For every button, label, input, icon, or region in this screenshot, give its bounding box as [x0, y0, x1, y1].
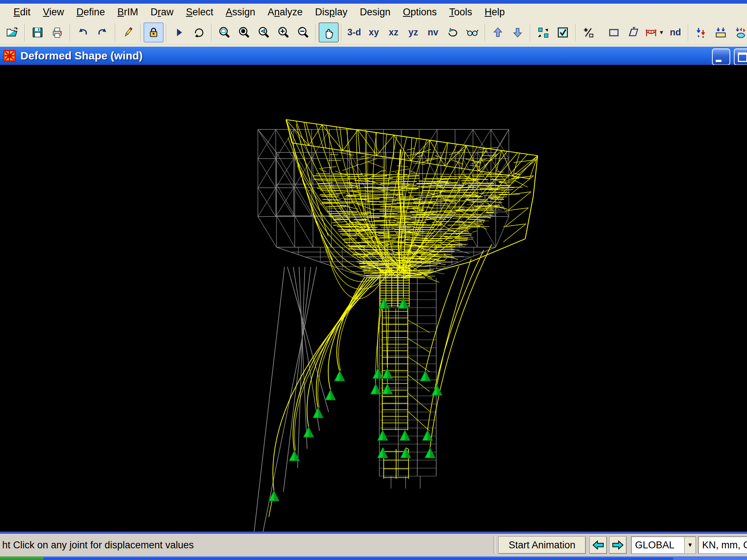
system-tray-fragment — [673, 556, 747, 560]
menu-select[interactable]: Select — [180, 6, 220, 19]
view-xy-button[interactable]: xy — [364, 23, 384, 42]
refresh-view-button[interactable] — [189, 23, 209, 42]
toolbar-group — [578, 23, 598, 42]
object-shrink-button[interactable] — [533, 23, 553, 42]
chevron-down-icon[interactable]: ▼ — [659, 29, 664, 35]
show-deformed-button[interactable] — [578, 23, 598, 42]
zoom-in-icon — [277, 26, 290, 39]
bridge-wizard-icon — [645, 26, 657, 39]
print-icon — [51, 26, 63, 39]
menu-edit[interactable]: Edit — [7, 6, 37, 19]
zoom-window-icon — [218, 26, 231, 39]
maximize-icon — [738, 52, 747, 62]
zoom-out-icon — [297, 26, 309, 39]
zoom-fill-button[interactable] — [234, 23, 254, 42]
view-xz-button[interactable]: xz — [384, 23, 403, 42]
toolbar-group — [144, 23, 163, 42]
chevron-down-icon[interactable]: ▼ — [684, 537, 696, 553]
save-button[interactable] — [28, 23, 47, 42]
toolbar-separator — [688, 24, 689, 41]
child-window-titlebar[interactable]: Deformed Shape (wind) — [0, 47, 747, 65]
menu-brim[interactable]: BrIM — [111, 6, 144, 19]
refresh-view-icon — [193, 26, 205, 39]
object-shrink-icon — [537, 26, 549, 39]
perspective-icon — [466, 26, 479, 39]
move-up-icon — [492, 26, 504, 39]
view-3d-button[interactable]: 3-d — [344, 23, 364, 42]
units-value: KN, mm, C — [698, 540, 747, 551]
view-3d-icon: 3-d — [347, 27, 361, 38]
menu-display[interactable]: Display — [309, 6, 354, 19]
start-animation-button[interactable]: Start Animation — [498, 536, 586, 554]
move-down-button[interactable] — [508, 23, 527, 42]
toolbar-separator — [211, 24, 212, 41]
display-options-button[interactable] — [553, 23, 573, 42]
toolbar-group — [28, 23, 67, 42]
zoom-previous-button[interactable] — [254, 23, 274, 42]
wireframe-lines — [252, 120, 538, 532]
model-wireframe[interactable] — [0, 65, 747, 532]
move-up-button[interactable] — [488, 23, 508, 42]
menu-define[interactable]: Define — [70, 6, 111, 19]
menu-view[interactable]: View — [37, 6, 70, 19]
run-analysis-button[interactable] — [169, 23, 189, 42]
toolbar-separator — [316, 24, 316, 41]
taskbar-sliver — [0, 556, 747, 560]
toolbar-group — [214, 23, 313, 42]
print-button[interactable] — [47, 23, 67, 42]
rotate-view-button[interactable] — [443, 23, 462, 42]
toolbar-group — [73, 23, 112, 42]
toolbar-group — [488, 23, 527, 42]
display-options-icon — [557, 26, 569, 39]
menu-options[interactable]: Options — [396, 6, 443, 19]
edit-pencil-icon — [122, 26, 134, 39]
minimize-button[interactable] — [712, 48, 730, 65]
coordinate-system-select[interactable]: GLOBAL ▼ — [631, 536, 696, 554]
run-analysis-icon — [173, 26, 185, 39]
toolbar-group — [118, 23, 138, 42]
model-viewport[interactable] — [0, 65, 747, 532]
bridge-wizard-button[interactable]: ▼ — [643, 23, 666, 42]
draw-frame-icon — [608, 26, 620, 39]
area-load-icon — [715, 26, 727, 39]
previous-step-button[interactable] — [589, 536, 607, 554]
assign-loads-button[interactable] — [731, 23, 747, 42]
menu-design[interactable]: Design — [353, 6, 396, 19]
save-icon — [31, 26, 44, 39]
minimize-icon — [716, 60, 721, 62]
view-nv-button[interactable]: nv — [423, 23, 443, 42]
edit-pencil-button[interactable] — [118, 23, 138, 42]
toolbar-separator — [341, 24, 342, 41]
zoom-window-button[interactable] — [214, 23, 234, 42]
menu-draw[interactable]: Draw — [144, 6, 180, 19]
menu-bar: EditViewDefineBrIMDrawSelectAssignAnalyz… — [0, 4, 747, 20]
area-load-button[interactable] — [711, 23, 731, 42]
status-bar: ht Click on any joint for displacement v… — [0, 534, 747, 556]
toolbar-group — [691, 23, 747, 42]
pan-button[interactable] — [319, 23, 338, 42]
menu-help[interactable]: Help — [479, 6, 511, 19]
joint-load-button[interactable] — [691, 23, 711, 42]
draw-frame-button[interactable] — [604, 23, 624, 42]
zoom-out-button[interactable] — [293, 23, 313, 42]
toolbar-group — [2, 23, 22, 42]
menu-assign[interactable]: Assign — [220, 6, 262, 19]
units-select[interactable]: KN, mm, C — [698, 536, 747, 554]
start-button-fragment[interactable] — [0, 556, 44, 560]
node-label-button[interactable]: nd — [666, 23, 685, 42]
lock-button[interactable] — [144, 23, 163, 42]
draw-area-button[interactable] — [624, 23, 643, 42]
view-nv-icon: nv — [427, 27, 438, 38]
undo-button[interactable] — [73, 23, 93, 42]
maximize-button[interactable] — [734, 48, 747, 65]
menu-analyze[interactable]: Analyze — [262, 6, 309, 19]
left-arrow-icon — [592, 540, 604, 551]
redo-button[interactable] — [93, 23, 112, 42]
status-divider — [494, 536, 495, 554]
view-yz-button[interactable]: yz — [403, 23, 423, 42]
menu-tools[interactable]: Tools — [443, 6, 479, 19]
zoom-in-button[interactable] — [274, 23, 293, 42]
next-step-button[interactable] — [609, 536, 627, 554]
open-file-button[interactable] — [2, 23, 22, 42]
perspective-button[interactable] — [462, 23, 482, 42]
